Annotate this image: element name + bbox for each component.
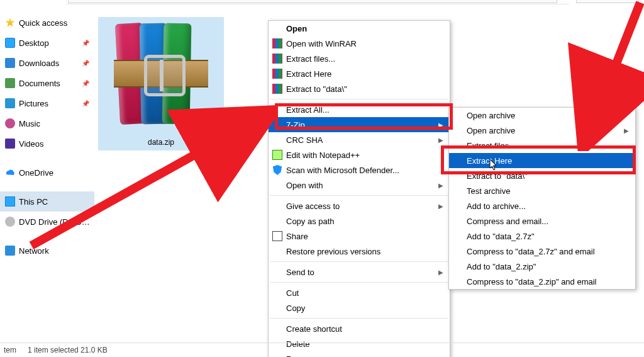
file-name-label: data.zip: [98, 138, 224, 147]
share-icon: [272, 231, 282, 241]
pin-icon: 📌: [82, 80, 89, 87]
sidebar-item-music[interactable]: Music: [0, 113, 94, 133]
sidebar-item-label: Documents: [19, 79, 78, 88]
submenu-item-extract-here[interactable]: Extract Here: [449, 153, 635, 168]
pin-icon: 📌: [82, 60, 89, 67]
sidebar-item-onedrive[interactable]: OneDrive: [0, 162, 94, 183]
menu-separator: [270, 282, 448, 283]
submenu-item-open-archive-as[interactable]: Open archive▶: [449, 123, 635, 138]
submenu-item-test-archive[interactable]: Test archive: [449, 183, 635, 198]
pc-icon: [5, 196, 15, 207]
sidebar-item-label: Videos: [19, 139, 94, 149]
sidebar-item-this-pc[interactable]: This PC: [0, 191, 94, 212]
pin-icon: 📌: [82, 100, 89, 107]
file-item-selected[interactable]: data.zip: [98, 17, 224, 150]
status-bar: tem 1 item selected 21.0 KB: [0, 343, 644, 357]
submenu-item-compress-zip-email[interactable]: Compress to "data_2.zip" and email: [449, 274, 635, 289]
status-selection-info: 1 item selected 21.0 KB: [28, 346, 108, 354]
sidebar-item-desktop[interactable]: Desktop 📌: [0, 33, 94, 53]
desktop-icon: [5, 38, 15, 48]
menu-item-copy-path[interactable]: Copy as path: [269, 213, 450, 229]
sidebar-item-label: Music: [19, 119, 94, 128]
menu-item-defender-scan[interactable]: Scan with Microsoft Defender...: [269, 162, 450, 178]
menu-item-open-with[interactable]: Open with▶: [269, 178, 450, 193]
submenu-arrow-icon: ▶: [438, 122, 443, 128]
winrar-icon: [272, 54, 282, 64]
submenu-item-add-7z[interactable]: Add to "data_2.7z": [449, 229, 635, 244]
submenu-item-open-archive[interactable]: Open archive: [449, 108, 635, 123]
pictures-icon: [5, 98, 15, 108]
menu-item-extract-here-rar[interactable]: Extract Here: [269, 66, 450, 81]
download-icon: [5, 58, 15, 68]
submenu-arrow-icon: ▶: [438, 137, 443, 144]
submenu-arrow-icon: ▶: [438, 269, 443, 276]
dvd-icon: [5, 217, 15, 227]
menu-item-open[interactable]: Open: [269, 21, 450, 36]
status-item-count-fragment: tem: [4, 346, 16, 354]
sidebar-item-label: DVD Drive (D:) CCCOMA_X64FRE: [19, 217, 94, 227]
sidebar-item-label: Quick access: [19, 18, 94, 28]
winrar-archive-icon: [114, 23, 208, 124]
menu-item-open-winrar[interactable]: Open with WinRAR: [269, 36, 450, 51]
menu-item-cut[interactable]: Cut: [269, 285, 450, 300]
submenu-item-add-zip[interactable]: Add to "data_2.zip": [449, 259, 635, 274]
menu-item-7zip[interactable]: 7-Zip▶: [269, 117, 450, 132]
search-box-fragment[interactable]: [576, 0, 639, 3]
winrar-icon: [272, 38, 282, 48]
submenu-arrow-icon: ▶: [438, 203, 443, 210]
menu-item-copy[interactable]: Copy: [269, 300, 450, 315]
submenu-7zip: Open archive Open archive▶ Extract files…: [448, 107, 636, 290]
menu-separator: [270, 99, 448, 99]
menu-item-crc-sha[interactable]: CRC SHA▶: [269, 132, 450, 147]
context-menu: Open Open with WinRAR Extract files... E…: [268, 20, 450, 357]
sidebar-item-downloads[interactable]: Downloads 📌: [0, 53, 94, 73]
network-icon: [5, 246, 15, 256]
sidebar-item-pictures[interactable]: Pictures 📌: [0, 93, 94, 113]
submenu-item-extract-to[interactable]: Extract to "data\": [449, 168, 635, 183]
onedrive-icon: [5, 167, 15, 178]
music-icon: [5, 118, 15, 128]
menu-item-give-access[interactable]: Give access to▶: [269, 198, 450, 213]
submenu-item-extract-files[interactable]: Extract files...: [449, 138, 635, 153]
pin-icon: 📌: [82, 40, 89, 47]
navigation-pane: Quick access Desktop 📌 Downloads 📌 Docum…: [0, 13, 94, 261]
sidebar-item-documents[interactable]: Documents 📌: [0, 73, 94, 93]
address-bar-fragment[interactable]: [68, 0, 557, 3]
menu-item-extract-all[interactable]: Extract All...: [269, 102, 450, 117]
menu-item-create-shortcut[interactable]: Create shortcut: [269, 321, 450, 336]
sidebar-item-label: Downloads: [19, 59, 78, 68]
submenu-arrow-icon: ▶: [438, 182, 443, 189]
star-icon: [5, 18, 15, 28]
sidebar-item-label: OneDrive: [19, 168, 94, 178]
sidebar-item-label: Network: [19, 246, 94, 256]
menu-item-share[interactable]: Share: [269, 229, 450, 244]
menu-item-restore-versions[interactable]: Restore previous versions: [269, 244, 450, 259]
menu-separator: [270, 261, 448, 262]
notepadpp-icon: [272, 150, 282, 160]
videos-icon: [5, 139, 15, 149]
sidebar-item-videos[interactable]: Videos: [0, 133, 94, 154]
submenu-arrow-icon: ▶: [624, 127, 629, 134]
menu-item-notepadpp[interactable]: Edit with Notepad++: [269, 147, 450, 162]
menu-separator: [270, 318, 448, 319]
menu-item-extract-to[interactable]: Extract to "data\": [269, 81, 450, 96]
sidebar-item-network[interactable]: Network: [0, 241, 94, 261]
documents-icon: [5, 78, 15, 88]
menu-item-extract-files[interactable]: Extract files...: [269, 51, 450, 66]
menu-separator: [270, 195, 448, 196]
sidebar-item-quick-access[interactable]: Quick access: [0, 13, 94, 33]
submenu-item-compress-7z-email[interactable]: Compress to "data_2.7z" and email: [449, 244, 635, 259]
shield-icon: [272, 165, 282, 175]
sidebar-item-dvd-drive[interactable]: DVD Drive (D:) CCCOMA_X64FRE: [0, 212, 94, 232]
sidebar-item-label: Pictures: [19, 99, 78, 108]
winrar-icon: [272, 84, 282, 94]
winrar-icon: [272, 69, 282, 79]
submenu-item-compress-email[interactable]: Compress and email...: [449, 213, 635, 229]
submenu-item-add-to-archive[interactable]: Add to archive...: [449, 198, 635, 213]
sidebar-item-label: This PC: [19, 197, 94, 207]
sidebar-item-label: Desktop: [19, 38, 78, 48]
menu-item-send-to[interactable]: Send to▶: [269, 264, 450, 280]
